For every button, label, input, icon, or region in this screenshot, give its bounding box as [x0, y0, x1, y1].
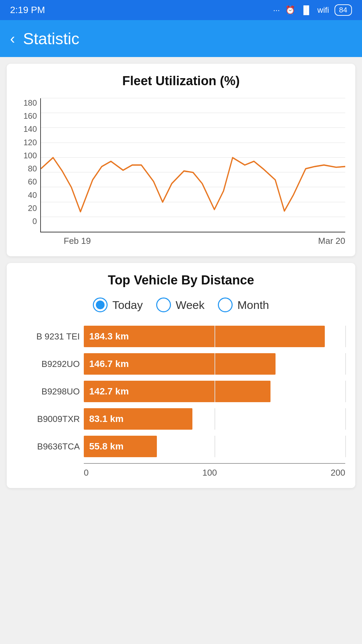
- radio-today-circle[interactable]: [93, 298, 108, 312]
- hbar-grid-200: [345, 408, 346, 430]
- y-label-120: 120: [23, 138, 37, 147]
- hbar-x-200: 200: [331, 468, 345, 478]
- hbar-x-0: 0: [84, 468, 88, 478]
- hbar-grid-200: [345, 326, 346, 347]
- hbar-fill: 184.3 km: [84, 326, 325, 347]
- y-label-160: 160: [23, 111, 37, 121]
- wifi-icon: wifi: [317, 5, 329, 15]
- hbar-x-axis: 0 100 200: [84, 463, 345, 478]
- hbar-label: B9292UO: [17, 359, 84, 369]
- radio-week-circle[interactable]: [156, 298, 171, 312]
- hbar-label: B9009TXR: [17, 414, 84, 424]
- hbar-grid-200: [345, 353, 346, 375]
- hbar-grid-100: [215, 408, 215, 430]
- hbar-row: B 9231 TEI184.3 km: [17, 326, 345, 347]
- hbar-fill: 83.1 km: [84, 408, 192, 430]
- hbar-label: B 9231 TEI: [17, 331, 84, 342]
- y-label-180: 180: [23, 98, 37, 108]
- x-axis-labels: Feb 19 Mar 20: [64, 232, 345, 246]
- hbar-chart: B 9231 TEI184.3 kmB9292UO146.7 kmB9298UO…: [17, 326, 345, 457]
- hbar-track: 142.7 km: [84, 381, 345, 402]
- radio-month-label: Month: [237, 299, 269, 312]
- fleet-chart-container: 180 160 140 120 100 80 60 40 20 0: [17, 98, 345, 246]
- hbar-track: 55.8 km: [84, 436, 345, 457]
- hbar-fill: 146.7 km: [84, 353, 276, 375]
- y-label-100: 100: [23, 151, 37, 160]
- radio-month[interactable]: Month: [218, 298, 269, 312]
- radio-today[interactable]: Today: [93, 298, 143, 312]
- fleet-chart-title: Fleet Utilization (%): [17, 74, 345, 88]
- hbar-label: B9636TCA: [17, 441, 84, 452]
- status-bar: 2:19 PM ··· ⏰ ▐▌ wifi 84: [0, 0, 362, 20]
- status-time: 2:19 PM: [10, 5, 45, 15]
- hbar-grid-200: [345, 436, 346, 457]
- radio-today-label: Today: [112, 299, 143, 312]
- fleet-line-chart: [41, 98, 345, 232]
- chart-area: Feb 19 Mar 20: [40, 98, 345, 246]
- y-label-140: 140: [23, 124, 37, 134]
- x-label-mar: Mar 20: [318, 236, 345, 246]
- y-label-40: 40: [28, 191, 37, 200]
- hbar-fill: 55.8 km: [84, 436, 157, 457]
- radio-week[interactable]: Week: [156, 298, 204, 312]
- hbar-grid-100: [215, 353, 215, 375]
- main-content: Fleet Utilization (%) 180 160 140 120 10…: [0, 57, 362, 495]
- hbar-row: B9298UO142.7 km: [17, 381, 345, 402]
- top-vehicle-title: Top Vehicle By Distance: [17, 273, 345, 287]
- hbar-value: 146.7 km: [89, 359, 129, 369]
- y-label-20: 20: [28, 204, 37, 213]
- hbar-value: 83.1 km: [89, 414, 124, 424]
- back-button[interactable]: ‹: [10, 30, 15, 47]
- time-filter-group: Today Week Month: [17, 298, 345, 312]
- y-axis-labels: 180 160 140 120 100 80 60 40 20 0: [17, 98, 40, 226]
- hbar-grid-100: [215, 436, 215, 457]
- radio-month-circle[interactable]: [218, 298, 233, 312]
- hbar-row: B9636TCA55.8 km: [17, 436, 345, 457]
- status-icons: ··· ⏰ ▐▌ wifi 84: [273, 4, 352, 16]
- hbar-value: 55.8 km: [89, 441, 124, 452]
- hbar-row: B9009TXR83.1 km: [17, 408, 345, 430]
- hbar-fill: 142.7 km: [84, 381, 270, 402]
- hbar-grid-200: [345, 381, 346, 402]
- hbar-grid-100: [215, 326, 215, 347]
- hbar-value: 184.3 km: [89, 331, 129, 342]
- chart-grid: [40, 98, 345, 232]
- app-bar: ‹ Statistic: [0, 20, 362, 57]
- alarm-icon: ⏰: [285, 5, 295, 15]
- hbar-label: B9298UO: [17, 386, 84, 397]
- battery-icon: 84: [335, 4, 352, 16]
- y-label-0: 0: [33, 217, 37, 226]
- radio-week-label: Week: [176, 299, 204, 312]
- hbar-row: B9292UO146.7 km: [17, 353, 345, 375]
- hbar-x-100: 100: [202, 468, 217, 478]
- hbar-grid-100: [215, 381, 215, 402]
- y-label-60: 60: [28, 177, 37, 186]
- hbar-value: 142.7 km: [89, 386, 129, 397]
- y-label-80: 80: [28, 164, 37, 173]
- top-vehicle-card: Top Vehicle By Distance Today Week Month…: [7, 263, 355, 488]
- page-title: Statistic: [23, 30, 79, 48]
- hbar-track: 83.1 km: [84, 408, 345, 430]
- x-label-feb: Feb 19: [64, 236, 91, 246]
- signal-icon: ▐▌: [301, 5, 312, 15]
- fleet-utilization-card: Fleet Utilization (%) 180 160 140 120 10…: [7, 64, 355, 256]
- more-icon: ···: [273, 5, 280, 15]
- hbar-track: 184.3 km: [84, 326, 345, 347]
- hbar-track: 146.7 km: [84, 353, 345, 375]
